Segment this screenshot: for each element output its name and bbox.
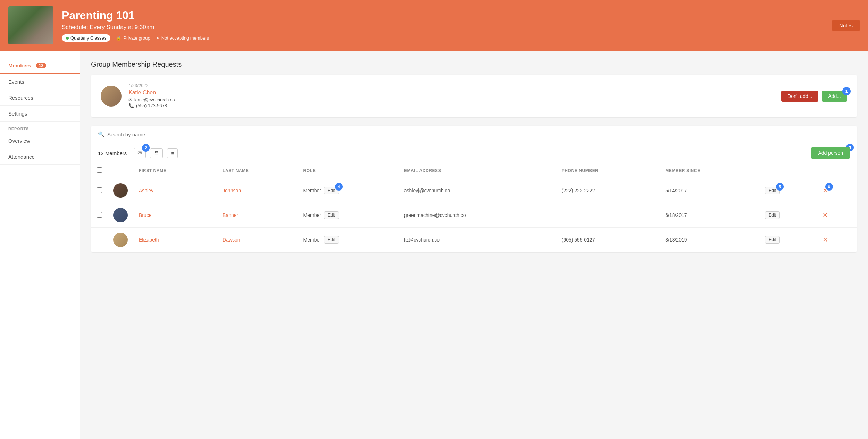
sidebar-item-attendance[interactable]: Attendance: [0, 149, 80, 165]
row-edit-cell: Edit: [759, 203, 816, 228]
member-delete-button[interactable]: ✕: [821, 236, 829, 244]
edit-role-wrapper: Edit: [324, 211, 339, 219]
search-icon: 🔍: [98, 131, 105, 137]
role-edit-button[interactable]: Edit: [324, 236, 339, 244]
email-toolbar-wrapper: 2 ✉: [134, 148, 146, 158]
email-icon: ✉: [128, 97, 132, 102]
row-edit-cell: 5 Edit: [759, 178, 816, 203]
delete-btn-wrapper: 6 ✕: [821, 187, 829, 194]
member-name-link[interactable]: Elizabeth: [139, 237, 159, 243]
request-badge-1: 1: [842, 87, 851, 95]
request-avatar: [101, 86, 122, 107]
role-label: Member: [303, 188, 321, 193]
sidebar-resources-label: Resources: [8, 95, 33, 101]
sidebar: Members 12 Events Resources Settings REP…: [0, 51, 80, 439]
row-avatar-cell: [108, 228, 133, 252]
not-accepting-badge: ✕ Not accepting members: [156, 35, 209, 41]
dont-add-button[interactable]: Don't add...: [781, 91, 818, 102]
member-last-name-link[interactable]: Johnson: [223, 188, 241, 193]
member-name-link[interactable]: Bruce: [139, 212, 152, 218]
main-layout: Members 12 Events Resources Settings REP…: [0, 51, 868, 439]
lock-icon: 🔒: [116, 35, 122, 41]
edit-btn-wrapper: Edit: [765, 236, 780, 244]
members-section: 🔍 12 Members 2 ✉ 🖶 ≡ 3 Add person: [91, 126, 857, 252]
membership-request-card: 1/23/2022 Katie Chen ✉ katie@cvcchurch.c…: [91, 75, 857, 117]
row-last-name: Johnson: [217, 178, 298, 203]
row-delete-cell: 6 ✕: [816, 178, 857, 203]
request-info: 1/23/2022 Katie Chen ✉ katie@cvcchurch.c…: [128, 83, 781, 109]
sidebar-item-members[interactable]: Members 12: [0, 58, 80, 74]
member-edit-button[interactable]: Edit: [765, 211, 780, 219]
request-actions: 1 Don't add... Add...: [781, 91, 847, 102]
sidebar-item-resources[interactable]: Resources: [0, 90, 80, 106]
row-delete-cell: ✕: [816, 203, 857, 228]
add-person-button[interactable]: Add person: [811, 147, 850, 159]
row-avatar-cell: [108, 203, 133, 228]
row-phone: (222) 222-2222: [556, 178, 660, 203]
edit-btn-wrapper: 5 Edit: [765, 187, 780, 194]
request-name-link[interactable]: Katie Chen: [128, 90, 781, 96]
select-all-checkbox[interactable]: [97, 167, 102, 173]
edit-role-wrapper: 4 Edit: [324, 187, 339, 194]
header-info: Parenting 101 Schedule: Every Sunday at …: [62, 9, 832, 42]
row-checkbox[interactable]: [97, 187, 102, 193]
row-avatar-cell: [108, 178, 133, 203]
header-delete: [816, 163, 857, 178]
list-toolbar-button[interactable]: ≡: [167, 148, 178, 158]
green-dot-icon: [66, 37, 69, 40]
role-cell: Member Edit: [303, 236, 393, 244]
row-email: ashleyj@cvchurch.co: [399, 178, 556, 203]
table-row: Elizabeth Dawson Member Edit liz@cvchurc…: [91, 228, 857, 252]
delete-btn-wrapper: ✕: [821, 211, 829, 219]
requests-section-title: Group Membership Requests: [91, 60, 857, 68]
table-row: Bruce Banner Member Edit greenmachine@cv…: [91, 203, 857, 228]
member-name-link[interactable]: Ashley: [139, 188, 153, 193]
phone-icon: 📞: [128, 103, 134, 108]
member-last-name-link[interactable]: Banner: [223, 212, 238, 218]
members-count-badge: 12: [36, 63, 46, 68]
edit-badge: 5: [776, 183, 784, 191]
sidebar-item-overview[interactable]: Overview: [0, 133, 80, 149]
row-checkbox-cell: [91, 228, 108, 252]
sidebar-events-label: Events: [8, 79, 24, 85]
row-checkbox[interactable]: [97, 237, 102, 242]
notes-button[interactable]: Notes: [832, 20, 860, 31]
main-content: Group Membership Requests 1/23/2022 Kati…: [80, 51, 868, 439]
row-email: liz@cvchurch.co: [399, 228, 556, 252]
toolbar-badge-2: 2: [142, 144, 150, 152]
member-last-name-link[interactable]: Dawson: [223, 237, 240, 243]
row-role: Member Edit: [298, 203, 399, 228]
row-role: Member Edit: [298, 228, 399, 252]
header-first-name[interactable]: FIRST NAME: [133, 163, 217, 178]
delete-badge: 6: [825, 183, 833, 191]
member-edit-button[interactable]: Edit: [765, 236, 780, 244]
header-checkbox-cell: [91, 163, 108, 178]
search-input[interactable]: [107, 132, 850, 137]
table-header-row: FIRST NAME LAST NAME ROLE EMAIL ADDRESS …: [91, 163, 857, 178]
private-group-badge: 🔒 Private group: [116, 35, 150, 41]
row-role: Member 4 Edit: [298, 178, 399, 203]
header-phone: PHONE NUMBER: [556, 163, 660, 178]
edit-role-wrapper: Edit: [324, 236, 339, 244]
member-delete-button[interactable]: ✕: [821, 211, 829, 219]
sidebar-item-settings[interactable]: Settings: [0, 106, 80, 122]
row-checkbox-cell: [91, 178, 108, 203]
row-first-name: Bruce: [133, 203, 217, 228]
header-last-name[interactable]: LAST NAME: [217, 163, 298, 178]
print-toolbar-button[interactable]: 🖶: [150, 148, 163, 158]
role-label: Member: [303, 212, 321, 218]
request-phone: 📞 (555) 123-5678: [128, 103, 781, 108]
member-avatar: [113, 208, 128, 222]
row-checkbox[interactable]: [97, 212, 102, 218]
search-bar: 🔍: [91, 126, 857, 143]
member-avatar: [113, 183, 128, 198]
row-member-since: 5/14/2017: [660, 178, 759, 203]
role-edit-button[interactable]: Edit: [324, 211, 339, 219]
row-first-name: Elizabeth: [133, 228, 217, 252]
sidebar-item-events[interactable]: Events: [0, 74, 80, 90]
row-email: greenmachine@cvchurch.co: [399, 203, 556, 228]
quarterly-classes-badge: Quarterly Classes: [62, 34, 110, 42]
sidebar-settings-label: Settings: [8, 111, 27, 117]
group-image: [8, 6, 53, 44]
row-last-name: Banner: [217, 203, 298, 228]
